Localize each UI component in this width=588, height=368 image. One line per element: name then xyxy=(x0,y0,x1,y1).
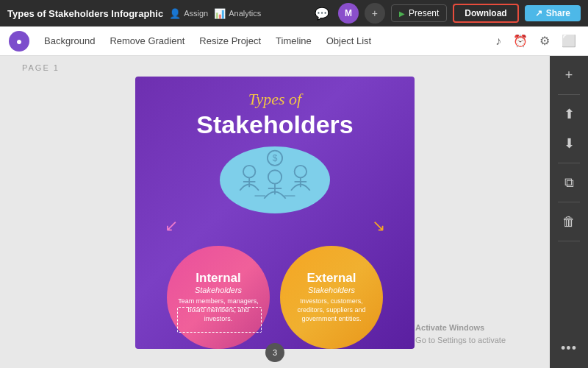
svg-text:$: $ xyxy=(273,153,278,163)
canvas[interactable]: Types of Stakeholders $ xyxy=(135,77,415,349)
timeline-button[interactable]: Timeline xyxy=(268,32,319,49)
assign-icon: 👤 xyxy=(169,8,181,19)
internal-stakeholders-card: Internal Stakeholders Team members, mana… xyxy=(167,246,270,349)
settings-icon[interactable]: ⚙ xyxy=(537,31,553,51)
external-stakeholders-card: External Stakeholders Investors, custome… xyxy=(280,246,383,349)
object-list-button[interactable]: Object List xyxy=(319,32,379,49)
topbar-right: 💬 M + ▶ Present Download ↗ Share xyxy=(312,3,581,24)
music-icon[interactable]: ♪ xyxy=(492,32,504,51)
svg-point-2 xyxy=(243,165,256,177)
panel-divider-3 xyxy=(558,202,580,202)
internal-card-subtitle: Stakeholders xyxy=(195,286,242,294)
left-arrow-icon: ↙ xyxy=(165,216,178,236)
monitor-icon[interactable]: ⬜ xyxy=(559,31,579,51)
external-card-title: External xyxy=(306,271,356,286)
page-label: PAGE 1 xyxy=(22,63,60,72)
canvas-area: PAGE 1 Types of Stakeholders $ xyxy=(0,56,550,368)
background-button[interactable]: Background xyxy=(37,32,102,49)
duplicate-button[interactable]: ⧉ xyxy=(556,169,582,196)
color-picker-button[interactable]: ● xyxy=(9,31,29,52)
topbar-analytics-action[interactable]: 📊 Analytics xyxy=(214,8,261,19)
svg-point-5 xyxy=(295,165,307,177)
project-title: Types of Stakeholders Infographic xyxy=(7,8,163,19)
toolbar: ● Background Remove Gradient Resize Proj… xyxy=(0,26,588,56)
panel-divider-2 xyxy=(558,163,580,163)
top-bar: Types of Stakeholders Infographic 👤 Assi… xyxy=(0,0,588,26)
watermark: Activate Windows Go to Settings to activ… xyxy=(415,322,506,346)
svg-point-8 xyxy=(268,170,282,183)
center-circle: $ xyxy=(220,146,330,213)
align-bottom-button[interactable]: ⬇ xyxy=(556,130,582,157)
panel-divider-4 xyxy=(558,241,580,241)
selection-box xyxy=(177,307,262,333)
panel-divider-1 xyxy=(558,94,580,95)
add-collaborator-button[interactable]: + xyxy=(365,3,385,24)
play-icon: ▶ xyxy=(399,10,405,18)
toolbar-right-icons: ♪ ⏰ ⚙ ⬜ xyxy=(492,31,579,51)
topbar-assign-action[interactable]: 👤 Assign xyxy=(169,8,208,19)
present-button[interactable]: ▶ Present xyxy=(391,4,447,22)
internal-card-title: Internal xyxy=(196,271,240,286)
topbar-left: Types of Stakeholders Infographic 👤 Assi… xyxy=(7,8,261,19)
avatar[interactable]: M xyxy=(338,3,359,24)
right-arrow-icon: ↘ xyxy=(372,216,385,236)
message-icon[interactable]: 💬 xyxy=(312,3,332,24)
main-area: PAGE 1 Types of Stakeholders $ xyxy=(0,56,588,368)
analytics-icon: 📊 xyxy=(214,8,226,19)
remove-gradient-button[interactable]: Remove Gradient xyxy=(102,32,192,49)
infographic-bottom: Internal Stakeholders Team members, mana… xyxy=(135,246,415,349)
download-button[interactable]: Download xyxy=(453,4,518,23)
resize-button[interactable]: Resize Project xyxy=(192,32,268,49)
external-card-subtitle: Stakeholders xyxy=(308,286,355,294)
infographic-title-main: Stakeholders xyxy=(196,110,354,139)
delete-button[interactable]: 🗑 xyxy=(556,208,582,235)
share-arrow-icon: ↗ xyxy=(535,8,542,18)
clock-icon[interactable]: ⏰ xyxy=(510,31,531,51)
external-card-desc: Investors, customers, creditors, supplie… xyxy=(289,297,374,323)
align-top-button[interactable]: ⬆ xyxy=(556,101,582,127)
infographic-title-of: Types of xyxy=(248,90,301,109)
people-illustration: $ xyxy=(234,147,315,213)
page-indicator[interactable]: 3 xyxy=(265,343,284,362)
add-element-button[interactable]: + xyxy=(556,62,582,88)
more-options-button[interactable]: ••• xyxy=(561,341,577,356)
share-button[interactable]: ↗ Share xyxy=(525,5,581,21)
arrows-row: ↙ ↘ xyxy=(143,216,407,236)
right-panel: + ⬆ ⬇ ⧉ 🗑 ••• xyxy=(550,56,588,368)
